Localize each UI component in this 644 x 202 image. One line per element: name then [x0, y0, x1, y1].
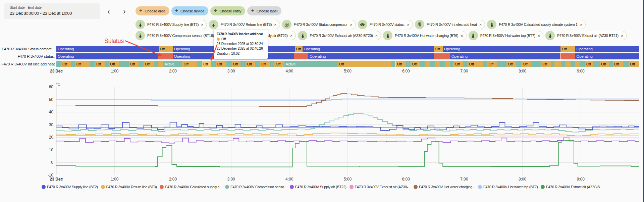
chart-unit-label: °C	[56, 82, 60, 86]
x-tick-label: 6:00	[402, 177, 410, 182]
state-color-dot	[217, 38, 220, 41]
tooltip-duration: Duration: 10:02	[217, 52, 265, 55]
y-tick-label: 60	[49, 85, 54, 89]
tooltip-state-row: Off	[217, 37, 265, 41]
x-tick-label: 7:00	[460, 177, 468, 182]
y-tick-label: 0	[51, 160, 53, 165]
x-tick-label: 1:00	[111, 177, 119, 182]
y-tick-label: 30	[49, 122, 54, 127]
x-tick-label: 8:00	[519, 177, 527, 182]
x-tick-label: 4:00	[285, 177, 293, 182]
temperature-chart[interactable]: 6050403020100-1023 Dec1:002:003:004:005:…	[0, 0, 644, 202]
y-tick-label: 20	[49, 135, 54, 140]
x-tick-label: 5:00	[344, 177, 352, 182]
x-tick-label: 2:00	[169, 177, 177, 182]
y-tick-label: 40	[49, 110, 54, 114]
state-tooltip: F470 R 3x400V Int elec add heat Off 23 D…	[214, 30, 268, 59]
tooltip-start-time: 23 December 2025 at 02:30:24	[217, 42, 265, 46]
series-f470-r-3x400v-exhaust-air-az30-bt20-	[56, 136, 639, 136]
x-tick-label: 23 Dec	[50, 177, 63, 182]
tooltip-end-time: 23 December 2025 at 02:40:26	[217, 47, 265, 50]
tooltip-title: F470 R 3x400V Int elec add heat	[217, 32, 265, 36]
x-tick-label: 9:00	[577, 177, 585, 182]
y-tick-label: 50	[49, 97, 54, 102]
tooltip-state: Off	[221, 37, 226, 41]
history-page: Start date - End date 23 Dec at 00:00 - …	[0, 0, 644, 202]
y-tick-label: 10	[49, 148, 54, 152]
x-tick-label: 3:00	[227, 177, 235, 182]
